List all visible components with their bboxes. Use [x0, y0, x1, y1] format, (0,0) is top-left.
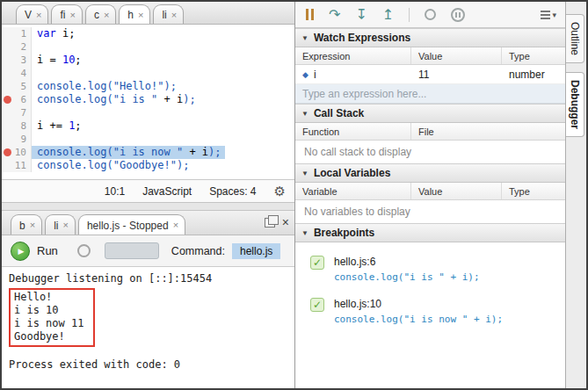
- column-header[interactable]: Type: [502, 47, 565, 64]
- line-gutter[interactable]: 10: [2, 146, 32, 159]
- console-tab[interactable]: li×: [45, 214, 76, 235]
- tab-close-icon[interactable]: ×: [138, 11, 143, 20]
- line-number: 11: [15, 159, 26, 172]
- breakpoint-checkbox[interactable]: ✓: [310, 298, 324, 312]
- breakpoints-section-header[interactable]: ▼ Breakpoints: [295, 223, 565, 242]
- tab-close-icon[interactable]: ×: [171, 11, 177, 20]
- column-header[interactable]: Variable: [295, 183, 411, 199]
- code-token: );: [208, 146, 221, 158]
- line-gutter[interactable]: 11: [2, 159, 32, 172]
- code-line: 2: [2, 40, 294, 54]
- code-line-text[interactable]: console.log("Goodbye!");: [32, 159, 192, 172]
- panel-menu-icon[interactable]: ▾: [541, 11, 556, 19]
- line-gutter[interactable]: 7: [2, 106, 32, 119]
- editor-tab[interactable]: li×: [153, 4, 184, 24]
- continue-icon[interactable]: [425, 9, 436, 20]
- code-token: console.log(: [37, 93, 113, 105]
- code-line-text[interactable]: i += 1;: [32, 119, 85, 133]
- code-token: "Goodbye!": [113, 159, 177, 171]
- run-label[interactable]: Run: [37, 244, 58, 257]
- line-gutter[interactable]: 3: [2, 54, 32, 67]
- horizontal-splitter[interactable]: [2, 202, 294, 211]
- code-line-text[interactable]: i = 10;: [32, 54, 85, 67]
- code-line-text[interactable]: [32, 106, 40, 119]
- command-input[interactable]: hello.js: [232, 243, 280, 259]
- console-tab[interactable]: b×: [11, 214, 42, 235]
- console-output[interactable]: Debugger listening on [::]:15454 Hello!i…: [2, 267, 294, 388]
- breakpoint-dot[interactable]: [4, 96, 11, 104]
- code-token: console.log(: [37, 80, 113, 92]
- code-editor[interactable]: 1var i;23i = 10;45console.log("Hello!");…: [2, 25, 294, 179]
- panel-controls: ×: [265, 216, 289, 228]
- step-over-icon[interactable]: ↷: [329, 8, 340, 22]
- detach-panel-icon[interactable]: [265, 218, 275, 228]
- line-gutter[interactable]: 9: [2, 133, 32, 146]
- line-number: 6: [20, 93, 26, 106]
- breakpoint-item[interactable]: ✓hello.js:6console.log("i is " + i);: [295, 242, 565, 285]
- editor-tab-label: li: [162, 9, 166, 21]
- break-circle-icon[interactable]: [451, 8, 465, 22]
- section-title: Call Stack: [314, 107, 364, 119]
- editor-tab-label: V: [25, 9, 32, 21]
- line-gutter[interactable]: 2: [2, 40, 32, 54]
- watch-expression-input[interactable]: Type an expression here...: [295, 84, 565, 104]
- line-gutter[interactable]: 5: [2, 80, 32, 93]
- code-line-text[interactable]: console.log("Hello!");: [32, 80, 180, 93]
- watch-section-header[interactable]: ▼ Watch Expressions: [295, 28, 565, 47]
- restart-icon[interactable]: [77, 244, 91, 257]
- step-into-icon[interactable]: ↧: [355, 8, 367, 22]
- breakpoint-location: hello.js:10: [334, 298, 503, 310]
- line-gutter[interactable]: 6: [2, 93, 32, 106]
- code-line-text[interactable]: [32, 67, 40, 80]
- column-header[interactable]: File: [411, 123, 565, 140]
- column-header[interactable]: Expression: [295, 47, 411, 64]
- code-line-text[interactable]: console.log("i is now " + i);: [32, 146, 225, 159]
- tab-debugger[interactable]: Debugger: [566, 72, 584, 137]
- editor-tab[interactable]: fi×: [51, 4, 82, 24]
- code-line-text[interactable]: [32, 133, 40, 146]
- editor-tab[interactable]: c×: [85, 4, 116, 24]
- tab-close-icon[interactable]: ×: [30, 220, 35, 230]
- editor-tab-bar: V×fi×c×h×li×: [2, 2, 294, 25]
- line-gutter[interactable]: 8: [2, 119, 32, 133]
- tab-close-icon[interactable]: ×: [36, 11, 41, 20]
- tab-outline[interactable]: Outline: [566, 14, 584, 63]
- breakpoint-checkbox[interactable]: ✓: [310, 256, 324, 270]
- column-header[interactable]: Value: [411, 47, 502, 64]
- local-variables-section-header[interactable]: ▼ Local Variables: [295, 163, 565, 183]
- line-number: 9: [20, 133, 26, 146]
- section-title: Breakpoints: [314, 227, 374, 239]
- code-line-text[interactable]: [32, 40, 40, 54]
- breakpoint-item[interactable]: ✓hello.js:10console.log("i is now " + i)…: [295, 285, 565, 327]
- cursor-position[interactable]: 10:1: [105, 185, 125, 198]
- program-output-line: Hello!: [14, 291, 84, 304]
- tab-close-icon[interactable]: ×: [69, 11, 75, 20]
- close-panel-icon[interactable]: ×: [282, 216, 289, 228]
- line-number: 7: [20, 106, 26, 119]
- editor-tab[interactable]: h×: [119, 4, 150, 24]
- column-header[interactable]: Function: [295, 123, 411, 140]
- code-line-text[interactable]: console.log("i is " + i);: [32, 93, 200, 106]
- breakpoint-dot[interactable]: [4, 148, 11, 156]
- column-header[interactable]: Type: [502, 183, 565, 199]
- tab-close-icon[interactable]: ×: [173, 220, 178, 230]
- indent-setting[interactable]: Spaces: 4: [209, 185, 256, 198]
- tab-close-icon[interactable]: ×: [62, 220, 68, 230]
- tab-close-icon[interactable]: ×: [104, 11, 109, 20]
- language-mode[interactable]: JavaScript: [142, 185, 192, 198]
- call-stack-section-header[interactable]: ▼ Call Stack: [295, 104, 565, 123]
- program-output-box: Hello!i is 10i is now 11Goodbye!: [9, 288, 95, 347]
- run-button[interactable]: ▶: [11, 242, 30, 261]
- collapse-arrow-icon: ▼: [301, 229, 309, 237]
- editor-tab[interactable]: V×: [16, 4, 48, 24]
- line-gutter[interactable]: 1: [2, 27, 32, 40]
- pause-icon[interactable]: [306, 9, 314, 20]
- column-header[interactable]: Value: [411, 183, 502, 199]
- watch-expression-row[interactable]: ◆ i 11 number: [295, 65, 565, 84]
- line-gutter[interactable]: 4: [2, 67, 32, 80]
- settings-gear-icon[interactable]: ⚙: [274, 184, 286, 199]
- run-toolbar: ▶ Run Command: hello.js: [2, 235, 294, 267]
- code-line-text[interactable]: var i;: [32, 27, 78, 40]
- step-out-icon[interactable]: ↥: [382, 8, 394, 22]
- console-tab[interactable]: hello.js - Stopped×: [78, 214, 185, 235]
